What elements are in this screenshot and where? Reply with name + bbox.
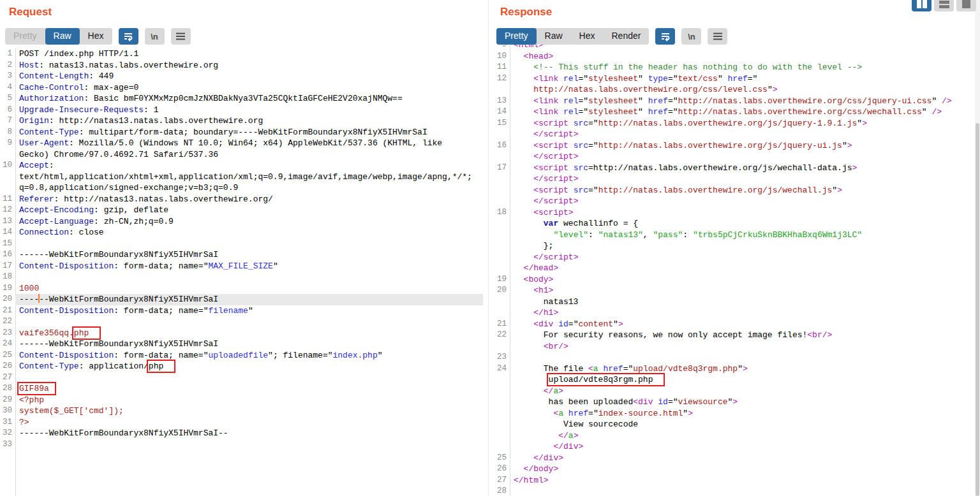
line-number: 4 [0,82,15,94]
tab-raw[interactable]: Raw [45,28,80,45]
tab-raw[interactable]: Raw [537,28,571,45]
code-line: }; [491,240,970,252]
layout-single-button[interactable] [956,0,976,11]
line-number: 6 [0,105,15,116]
code-line: 19 <body> [491,274,970,286]
code-line: 23vaife356qq.php [0,328,483,339]
response-menu-button[interactable] [708,28,727,45]
code-line: 21Content-Disposition: form-data; name="… [0,305,483,317]
tab-hex[interactable]: Hex [571,28,604,45]
line-number [491,419,510,430]
line-number: 20 [0,294,15,305]
line-number: 10 [0,160,15,194]
line-number: 25 [0,350,15,361]
code-line: 9User-Agent: Mozilla/5.0 (Windows NT 10.… [0,138,483,160]
code-line: 14Connection: close [0,227,483,238]
request-title: Request [0,0,483,18]
code-line: 7Origin: http://natas13.natas.labs.overt… [0,115,483,127]
line-number: 7 [0,115,15,127]
layout-switcher [909,0,976,11]
line-number: 1 [0,48,15,60]
line-number [491,307,510,319]
line-number: 31 [0,417,15,428]
line-number: 23 [0,328,15,339]
code-line: </a> [491,430,970,442]
code-line: </script> [491,129,970,140]
code-line: 26 </body> [491,463,970,475]
line-number [491,441,510,453]
tab-pretty[interactable]: Pretty [5,28,45,45]
response-editor[interactable]: 9<html>10 <head>11 <!-- This stuff in th… [491,40,970,496]
tab-hex[interactable]: Hex [80,28,112,45]
line-number [491,151,510,163]
code-line: </head> [491,263,970,274]
code-line: 2Host: natas13.natas.labs.overthewire.or… [0,60,483,71]
code-line: natas13 [491,296,970,308]
code-line: 16 <script src="http://natas.labs.overth… [491,140,970,152]
line-number [491,129,510,140]
single-layout-icon [962,0,970,8]
line-number: 33 [0,439,15,451]
request-panel: Request Pretty Raw Hex \n [0,0,483,496]
columns-layout-icon [917,0,927,8]
line-number: 2 [0,60,15,71]
code-line: 28GIF89a [0,383,483,395]
tab-pretty[interactable]: Pretty [496,28,537,45]
code-line: 1POST /index.php HTTP/1.1 [0,48,483,60]
code-line: 15 [0,238,483,250]
wrap-toggle-button[interactable] [655,28,675,45]
line-number [491,173,510,185]
code-line: <script src="http://natas.labs.overthewi… [491,185,970,196]
nonprintable-toggle-button[interactable]: \n [681,28,701,45]
line-number: 28 [491,486,510,496]
line-number: 22 [0,316,15,328]
panel-divider [488,0,489,496]
scrollbar-thumb[interactable] [976,123,979,496]
line-number: 16 [0,249,15,261]
layout-columns-button[interactable] [912,0,932,11]
annotation-box: upload/vdte8q3rgm.php [549,375,663,384]
request-panel-header: Request Pretty Raw Hex \n [0,0,483,45]
code-line: 13Accept-Language: zh-CN,zh;q=0.9 [0,216,483,228]
line-number [491,185,510,196]
annotation-box: php [149,361,174,371]
line-number [491,218,510,230]
response-scrollbar[interactable] [975,0,980,496]
line-number [491,408,510,419]
code-line: 26Content-Type: application/php [0,361,483,372]
code-line: View sourcecode [491,419,970,430]
wrap-toggle-button[interactable] [119,28,138,45]
line-number: 23 [491,352,510,363]
line-number: 13 [0,216,15,228]
line-number: 21 [491,319,510,330]
newline-icon: \n [688,32,695,41]
request-editor[interactable]: 1POST /index.php HTTP/1.12Host: natas13.… [0,48,483,450]
code-line: 14 <link rel="stylesheet" href="http://n… [491,106,970,118]
code-line: </script> [491,252,970,263]
code-line: 6Upgrade-Insecure-Requests: 1 [0,105,483,116]
tab-render[interactable]: Render [604,28,650,45]
line-number: 11 [491,62,510,73]
code-line: 11Referer: http://natas13.natas.labs.ove… [0,194,483,205]
newline-icon: \n [151,32,158,41]
line-number: 14 [491,106,510,118]
line-number: 28 [0,383,15,395]
code-line: </script> [491,151,970,163]
code-line: "level": "natas13", "pass": "trbs5pCjCrk… [491,230,970,241]
stacked-layout-icon [939,0,949,8]
nonprintable-toggle-button[interactable]: \n [145,28,165,45]
request-menu-button[interactable] [171,28,191,45]
code-line: <a href="index-source.html"> [491,408,970,419]
response-title: Response [491,0,975,18]
code-line: 21 <div id="content"> [491,319,970,330]
line-number: 18 [491,207,510,219]
layout-stacked-button[interactable] [934,0,954,11]
code-line: 16------WebKitFormBoundaryx8NfiyX5IHVmrS… [0,249,483,261]
line-number: 19 [491,274,510,286]
code-line: </script> [491,173,970,185]
line-number [491,397,510,408]
code-line: </script> [491,196,970,207]
code-line: 10Accept: text/html,application/xhtml+xm… [0,160,483,194]
line-number: 3 [0,71,15,82]
response-toolbar: Pretty Raw Hex Render \n [496,28,727,45]
